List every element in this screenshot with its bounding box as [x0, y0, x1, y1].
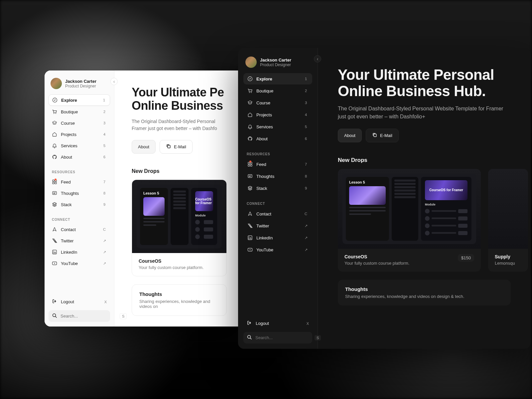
about-button[interactable]: About — [338, 129, 362, 142]
copy-icon — [166, 144, 171, 150]
nav-resources: Feed7Thoughts8Stack9 — [49, 177, 110, 210]
email-button[interactable]: E-Mail — [160, 140, 193, 154]
nav-main: Explore1Boutique2Course3Projects4Service… — [49, 94, 110, 162]
nav-item-thoughts[interactable]: Thoughts8 — [243, 171, 312, 182]
nav-badge: 2 — [304, 89, 308, 93]
bell-icon — [247, 124, 253, 129]
nav-resources: Feed7Thoughts8Stack9 — [243, 159, 312, 194]
page-headline: Your Ultimate Pe Online Business — [132, 86, 227, 113]
search-icon — [247, 334, 252, 341]
nav-badge: ↗ — [304, 236, 308, 240]
collapse-sidebar-button[interactable]: ‹ — [314, 55, 321, 63]
nav-item-feed[interactable]: Feed7 — [243, 159, 312, 170]
nav-item-stack[interactable]: Stack9 — [243, 183, 312, 194]
search-input[interactable] — [61, 314, 116, 319]
card-desc: Your fully custom course platform. — [139, 265, 220, 270]
nav-badge: 5 — [102, 144, 107, 148]
about-button[interactable]: About — [132, 140, 156, 154]
thoughts-title: Thoughts — [139, 291, 219, 297]
nav-main: Explore1Boutique2Course3Projects4Service… — [243, 73, 312, 144]
search-field[interactable]: S — [243, 332, 312, 343]
thoughts-desc: Sharing experiences, knowledge and video… — [139, 299, 219, 309]
nav-label: Explore — [256, 76, 300, 81]
nav-label: YouTube — [61, 261, 98, 266]
nav-item-explore[interactable]: Explore1 — [243, 73, 312, 84]
nav-item-thoughts[interactable]: Thoughts8 — [49, 188, 110, 199]
nav-item-twitter[interactable]: Twitter↗ — [243, 220, 312, 231]
drop-card-courseos[interactable]: Lesson 5 CourseOS for Framer Module — [338, 169, 481, 272]
nav-item-services[interactable]: Services5 — [243, 121, 312, 132]
nav-item-youtube[interactable]: YouTube↗ — [243, 244, 312, 255]
logout-icon — [52, 299, 57, 305]
nav-item-course[interactable]: Course3 — [49, 118, 110, 128]
nav-badge: 4 — [102, 132, 107, 136]
notification-dot — [55, 179, 57, 181]
nav-item-boutique[interactable]: Boutique2 — [243, 85, 312, 96]
page-subheading: The Original Dashboard-Styled Personal W… — [338, 105, 511, 121]
profile[interactable]: Jackson Carter Product Designer — [243, 55, 312, 73]
nav-item-stack[interactable]: Stack9 — [49, 199, 110, 210]
nav-item-course[interactable]: Course3 — [243, 97, 312, 108]
nav-label: LinkedIn — [256, 235, 300, 240]
profile[interactable]: Jackson Carter Product Designer — [49, 76, 110, 94]
nav-badge: 6 — [304, 137, 308, 141]
thoughts-card[interactable]: Thoughts Sharing experiences, knowledge … — [132, 284, 227, 316]
nav-item-projects[interactable]: Projects4 — [243, 109, 312, 120]
new-drops-title: New Drops — [338, 157, 511, 164]
nav-badge: 3 — [304, 101, 308, 105]
card-desc: Your fully custom course platform. — [344, 261, 458, 266]
search-field[interactable]: S — [49, 310, 110, 322]
nav-item-services[interactable]: Services5 — [49, 140, 110, 151]
nav-item-linkedin[interactable]: LinkedIn↗ — [243, 232, 312, 243]
nav-item-youtube[interactable]: YouTube↗ — [49, 258, 110, 269]
nav-badge: C — [102, 227, 107, 231]
nav-label: Feed — [61, 180, 98, 185]
connect-label: CONNECT — [49, 213, 110, 224]
card-title: CourseOS — [344, 254, 458, 259]
drop-card-courseos[interactable]: Lesson 5 CourseOS for Framer Module Cour… — [132, 180, 227, 276]
nav-item-linkedin[interactable]: LinkedIn↗ — [49, 247, 110, 257]
send-icon — [52, 227, 57, 232]
nav-item-feed[interactable]: Feed7 — [49, 177, 110, 187]
thoughts-card[interactable]: Thoughts Sharing experiences, knowledge … — [338, 280, 511, 306]
nav-badge: 8 — [304, 174, 308, 178]
nav-item-boutique[interactable]: Boutique2 — [49, 106, 110, 117]
thoughts-desc: Sharing experiences, knowledge and video… — [345, 294, 503, 299]
nav-label: About — [61, 155, 98, 160]
drop-card-supply[interactable]: Supply Lemonsqu — [488, 169, 528, 272]
nav-label: LinkedIn — [61, 250, 98, 255]
logout-shortcut: X — [307, 322, 309, 326]
card-image: Lesson 5 CourseOS for Framer Module — [132, 180, 226, 253]
profile-name: Jackson Carter — [260, 58, 291, 63]
github-icon — [247, 136, 253, 141]
connect-label: CONNECT — [243, 197, 312, 208]
logout-button[interactable]: Logout X — [243, 318, 312, 329]
nav-item-explore[interactable]: Explore1 — [49, 94, 110, 106]
nav-badge: 1 — [304, 77, 308, 81]
nav-item-projects[interactable]: Projects4 — [49, 129, 110, 140]
bell-icon — [52, 143, 57, 148]
nav-badge: 2 — [102, 110, 107, 114]
nav-label: Feed — [256, 162, 300, 167]
app-dark: ‹ Jackson Carter Product Designer Explor… — [238, 48, 531, 349]
nav-badge: 3 — [102, 121, 107, 125]
nav-item-contact[interactable]: ContactC — [243, 208, 312, 219]
nav-item-about[interactable]: About6 — [243, 133, 312, 144]
nav-label: Stack — [61, 202, 98, 207]
nav-badge: ↗ — [304, 224, 308, 228]
nav-item-about[interactable]: About6 — [49, 152, 110, 162]
nav-badge: ↗ — [102, 239, 107, 243]
nav-badge: 7 — [304, 162, 308, 166]
collapse-sidebar-button[interactable]: ‹ — [110, 78, 118, 85]
nav-item-contact[interactable]: ContactC — [49, 224, 110, 235]
avatar — [245, 57, 257, 68]
search-input[interactable] — [255, 335, 311, 340]
nav-label: Explore — [61, 98, 98, 103]
nav-label: Twitter — [256, 223, 300, 228]
email-button[interactable]: E-Mail — [366, 129, 399, 142]
new-drops-title: New Drops — [132, 168, 227, 174]
nav-item-twitter[interactable]: Twitter↗ — [49, 235, 110, 246]
sidebar: ‹ Jackson Carter Product Designer Explor… — [238, 48, 318, 349]
nav-badge: ↗ — [304, 248, 308, 252]
logout-button[interactable]: Logout X — [49, 296, 110, 308]
